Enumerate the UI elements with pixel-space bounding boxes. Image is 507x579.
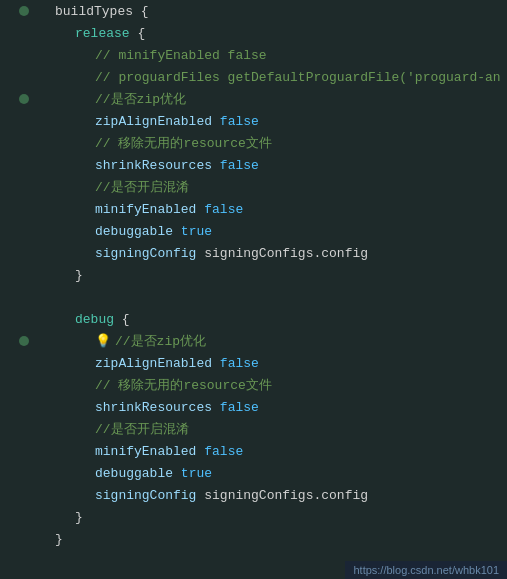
code-line: // 移除无用的resource文件 [0, 132, 507, 154]
line-code: //是否开启混淆 [35, 420, 507, 438]
code-line: minifyEnabled false [0, 440, 507, 462]
line-code: zipAlignEnabled false [35, 356, 507, 371]
line-gutter [0, 22, 35, 44]
code-token [212, 158, 220, 173]
line-gutter [0, 154, 35, 176]
code-token: // 移除无用的resource文件 [95, 136, 272, 151]
code-token: //是否开启混淆 [95, 180, 189, 195]
line-gutter [0, 506, 35, 528]
code-token: minifyEnabled [95, 202, 196, 217]
code-token: signingConfig [95, 488, 196, 503]
line-code: zipAlignEnabled false [35, 114, 507, 129]
gutter-dot [19, 94, 29, 104]
code-token: shrinkResources [95, 400, 212, 415]
code-token: zipAlignEnabled [95, 356, 212, 371]
code-token: false [220, 114, 259, 129]
line-code: } [35, 532, 507, 547]
code-line: signingConfig signingConfigs.config [0, 484, 507, 506]
code-token: signingConfigs.config [196, 488, 368, 503]
line-code: minifyEnabled false [35, 202, 507, 217]
line-gutter [0, 44, 35, 66]
line-code: //是否zip优化 [35, 90, 507, 108]
code-line: } [0, 528, 507, 550]
code-token: false [220, 356, 259, 371]
line-gutter [0, 0, 35, 22]
line-gutter [0, 396, 35, 418]
line-gutter [0, 330, 35, 352]
line-gutter [0, 66, 35, 88]
code-token: shrinkResources [95, 158, 212, 173]
code-token: true [181, 224, 212, 239]
line-gutter [0, 418, 35, 440]
code-line: shrinkResources false [0, 396, 507, 418]
code-token: debuggable [95, 224, 173, 239]
code-token: } [55, 532, 63, 547]
line-code: } [35, 510, 507, 525]
code-token: minifyEnabled [95, 444, 196, 459]
code-token: } [75, 510, 83, 525]
code-line: //是否开启混淆 [0, 418, 507, 440]
code-line: //是否zip优化 [0, 88, 507, 110]
line-gutter [0, 176, 35, 198]
line-code: signingConfig signingConfigs.config [35, 246, 507, 261]
code-line: // minifyEnabled false [0, 44, 507, 66]
line-code: minifyEnabled false [35, 444, 507, 459]
code-token: buildTypes { [55, 4, 149, 19]
code-line: 💡 //是否zip优化 [0, 330, 507, 352]
footer-url: https://blog.csdn.net/whbk101 [345, 561, 507, 579]
line-gutter [0, 132, 35, 154]
code-token [173, 466, 181, 481]
line-code: shrinkResources false [35, 400, 507, 415]
lightbulb-icon: 💡 [95, 333, 111, 349]
code-token: debuggable [95, 466, 173, 481]
code-line: zipAlignEnabled false [0, 352, 507, 374]
code-token [212, 114, 220, 129]
code-token: false [220, 158, 259, 173]
line-gutter [0, 286, 35, 308]
line-code: // 移除无用的resource文件 [35, 376, 507, 394]
line-code: //是否开启混淆 [35, 178, 507, 196]
code-line: debuggable true [0, 462, 507, 484]
code-token: false [204, 444, 243, 459]
line-gutter [0, 308, 35, 330]
code-token: //是否zip优化 [115, 334, 206, 349]
code-token: signingConfig [95, 246, 196, 261]
code-line: debug { [0, 308, 507, 330]
line-code: 💡 //是否zip优化 [35, 332, 507, 350]
code-token: true [181, 466, 212, 481]
code-line [0, 286, 507, 308]
line-code: debug { [35, 312, 507, 327]
code-token: zipAlignEnabled [95, 114, 212, 129]
line-gutter [0, 462, 35, 484]
code-editor: buildTypes {release {// minifyEnabled fa… [0, 0, 507, 579]
code-line: release { [0, 22, 507, 44]
code-line: signingConfig signingConfigs.config [0, 242, 507, 264]
line-code: release { [35, 26, 507, 41]
line-gutter [0, 110, 35, 132]
line-code: shrinkResources false [35, 158, 507, 173]
code-line: debuggable true [0, 220, 507, 242]
gutter-dot [19, 336, 29, 346]
line-gutter [0, 242, 35, 264]
code-line: //是否开启混淆 [0, 176, 507, 198]
code-token: //是否开启混淆 [95, 422, 189, 437]
code-token [212, 356, 220, 371]
line-gutter [0, 528, 35, 550]
code-line: zipAlignEnabled false [0, 110, 507, 132]
code-token: //是否zip优化 [95, 92, 186, 107]
code-line: // 移除无用的resource文件 [0, 374, 507, 396]
code-line: shrinkResources false [0, 154, 507, 176]
code-token: // proguardFiles getDefaultProguardFile(… [95, 70, 501, 85]
line-code: // proguardFiles getDefaultProguardFile(… [35, 70, 507, 85]
code-token [212, 400, 220, 415]
code-token: { [114, 312, 130, 327]
code-token: false [204, 202, 243, 217]
code-line: } [0, 264, 507, 286]
line-code: buildTypes { [35, 4, 507, 19]
line-gutter [0, 220, 35, 242]
code-token [173, 224, 181, 239]
line-code: signingConfig signingConfigs.config [35, 488, 507, 503]
code-line: minifyEnabled false [0, 198, 507, 220]
code-token: false [220, 400, 259, 415]
code-token: // 移除无用的resource文件 [95, 378, 272, 393]
